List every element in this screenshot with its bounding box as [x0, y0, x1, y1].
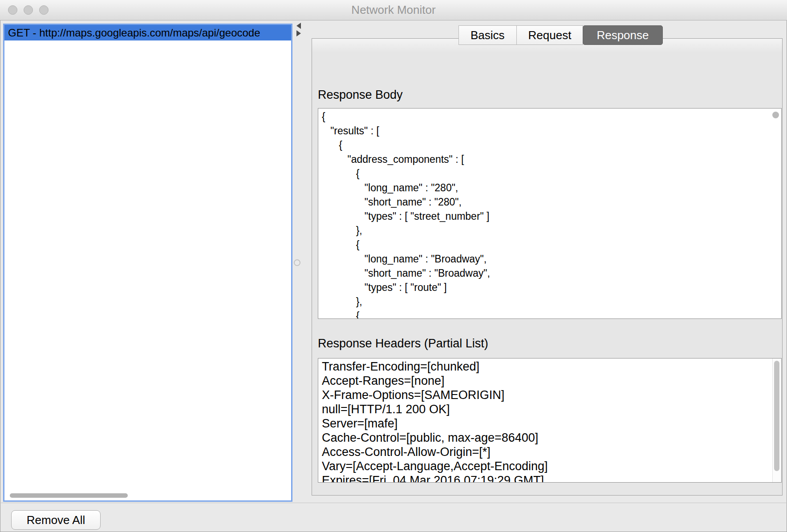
response-headers-text: Transfer-Encoding=[chunked] Accept-Range…: [318, 359, 781, 483]
tab-request[interactable]: Request: [516, 25, 584, 45]
tab-response[interactable]: Response: [583, 25, 662, 45]
splitter-collapse-left-icon[interactable]: [296, 23, 301, 29]
window-controls: [8, 5, 49, 15]
response-headers-label: Response Headers (Partial List): [318, 337, 488, 351]
request-list-item[interactable]: GET - http://maps.googleapis.com/maps/ap…: [4, 25, 291, 40]
vertical-scrollbar-thumb[interactable]: [774, 361, 779, 471]
remove-all-button[interactable]: Remove All: [11, 510, 101, 530]
content-footer-divider: [0, 503, 787, 503]
window-close-icon[interactable]: [8, 5, 17, 15]
window-zoom-icon[interactable]: [39, 5, 49, 15]
response-body-textarea[interactable]: { "results" : [ { "address_components" :…: [318, 108, 782, 319]
response-body-scrollbar-thumb[interactable]: [772, 112, 779, 118]
request-list[interactable]: GET - http://maps.googleapis.com/maps/ap…: [3, 24, 292, 502]
window-titlebar: Network Monitor: [0, 0, 787, 20]
window-title: Network Monitor: [0, 0, 787, 20]
tab-basics[interactable]: Basics: [458, 25, 517, 45]
horizontal-scrollbar-thumb[interactable]: [10, 493, 128, 498]
tab-bar: Basics Request Response: [458, 25, 662, 45]
response-body-label: Response Body: [318, 88, 403, 102]
window-minimize-icon[interactable]: [24, 5, 33, 15]
response-body-text: { "results" : [ { "address_components" :…: [318, 109, 781, 319]
splitter-expand-right-icon[interactable]: [296, 30, 301, 36]
request-list-horizontal-scrollbar[interactable]: [4, 491, 291, 500]
splitter-knob[interactable]: [294, 259, 300, 266]
response-headers-scrollbar[interactable]: [772, 359, 781, 482]
response-headers-textarea[interactable]: Transfer-Encoding=[chunked] Accept-Range…: [318, 358, 782, 483]
